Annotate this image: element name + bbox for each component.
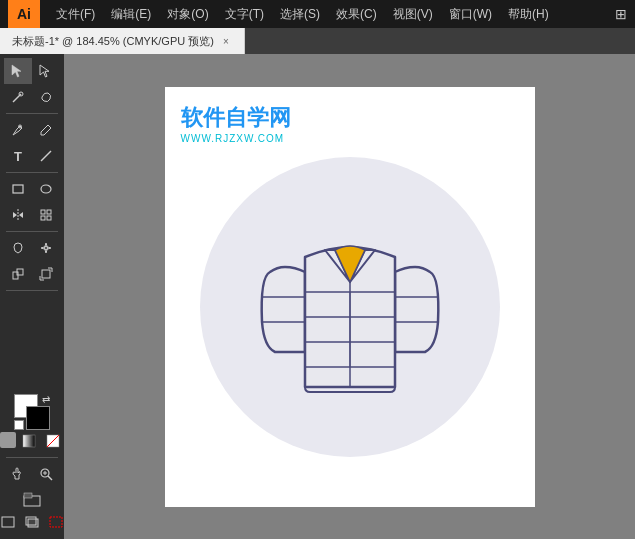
swap-colors-icon[interactable]: ⇄ [42, 394, 50, 405]
document-tab[interactable]: 未标题-1* @ 184.45% (CMYK/GPU 预览) × [0, 28, 245, 54]
tab-close-button[interactable]: × [220, 35, 232, 47]
shape-builder-tool[interactable] [4, 261, 32, 287]
edit-in-isolation-btn[interactable] [21, 491, 43, 509]
svg-rect-10 [41, 216, 45, 220]
extra-tools [0, 491, 64, 535]
toolbar: T [0, 54, 64, 539]
pen-tool[interactable] [4, 117, 32, 143]
menu-help[interactable]: 帮助(H) [500, 4, 557, 25]
zoom-tool[interactable] [32, 461, 60, 487]
ai-logo: Ai [8, 0, 40, 28]
magic-wand-tool[interactable] [4, 84, 32, 110]
svg-rect-14 [42, 270, 50, 278]
toolbar-separator-2 [6, 172, 58, 173]
tab-bar: 未标题-1* @ 184.45% (CMYK/GPU 预览) × [0, 28, 635, 54]
grid-view-icon[interactable]: ⊞ [615, 6, 627, 22]
color-mode-btn[interactable] [0, 432, 16, 448]
svg-rect-23 [24, 493, 32, 498]
none-mode-btn[interactable] [42, 432, 64, 450]
grid-tool[interactable] [32, 202, 60, 228]
menu-bar: 文件(F) 编辑(E) 对象(O) 文字(T) 选择(S) 效果(C) 视图(V… [48, 4, 627, 25]
svg-rect-24 [2, 517, 14, 527]
mesh-tool[interactable] [32, 235, 60, 261]
jacket-circle-background [200, 157, 500, 457]
reflect-tool[interactable] [4, 202, 32, 228]
svg-rect-9 [47, 210, 51, 214]
canvas-area[interactable]: 软件自学网 WWW.RJZXW.COM [64, 54, 635, 539]
svg-line-3 [48, 125, 51, 128]
line-tool[interactable] [32, 143, 60, 169]
menu-object[interactable]: 对象(O) [159, 4, 216, 25]
scale-tool[interactable] [32, 261, 60, 287]
artboard: 软件自学网 WWW.RJZXW.COM [165, 87, 535, 507]
direct-select-tool[interactable] [32, 58, 60, 84]
hand-tool[interactable] [4, 461, 32, 487]
stroke-box[interactable] [26, 406, 50, 430]
watermark-url: WWW.RJZXW.COM [181, 133, 291, 144]
svg-line-19 [48, 476, 52, 480]
blob-brush-tool[interactable] [4, 235, 32, 261]
ellipse-tool[interactable] [32, 176, 60, 202]
watermark-title: 软件自学网 [181, 103, 291, 133]
main-area: T [0, 54, 635, 539]
jacket-illustration [180, 137, 520, 477]
draw-mode-inside[interactable] [45, 513, 64, 531]
toolbar-separator-1 [6, 113, 58, 114]
menu-file[interactable]: 文件(F) [48, 4, 103, 25]
jacket-svg [250, 192, 450, 422]
color-section: ⇄ [0, 390, 64, 454]
pencil-tool[interactable] [32, 117, 60, 143]
toolbar-separator-5 [6, 457, 58, 458]
toolbar-separator-4 [6, 290, 58, 291]
svg-rect-15 [23, 435, 35, 447]
menu-view[interactable]: 视图(V) [385, 4, 441, 25]
svg-rect-8 [41, 210, 45, 214]
tab-label: 未标题-1* @ 184.45% (CMYK/GPU 预览) [12, 34, 214, 49]
svg-rect-5 [13, 185, 23, 193]
lasso-tool[interactable] [32, 84, 60, 110]
svg-point-6 [41, 185, 51, 193]
toolbar-separator-3 [6, 231, 58, 232]
gradient-mode-btn[interactable] [18, 432, 40, 450]
type-tool[interactable]: T [4, 143, 32, 169]
menu-window[interactable]: 窗口(W) [441, 4, 500, 25]
title-bar: Ai 文件(F) 编辑(E) 对象(O) 文字(T) 选择(S) 效果(C) 视… [0, 0, 635, 28]
menu-text[interactable]: 文字(T) [217, 4, 272, 25]
rect-tool[interactable] [4, 176, 32, 202]
menu-select[interactable]: 选择(S) [272, 4, 328, 25]
svg-rect-11 [47, 216, 51, 220]
svg-line-4 [41, 151, 51, 161]
menu-effect[interactable]: 效果(C) [328, 4, 385, 25]
fill-stroke-boxes: ⇄ [14, 394, 50, 430]
svg-rect-27 [50, 517, 62, 527]
default-colors-icon[interactable] [14, 420, 24, 430]
menu-edit[interactable]: 编辑(E) [103, 4, 159, 25]
watermark: 软件自学网 WWW.RJZXW.COM [181, 103, 291, 144]
select-tool[interactable] [4, 58, 32, 84]
draw-mode-normal[interactable] [0, 513, 19, 531]
draw-mode-behind[interactable] [21, 513, 43, 531]
